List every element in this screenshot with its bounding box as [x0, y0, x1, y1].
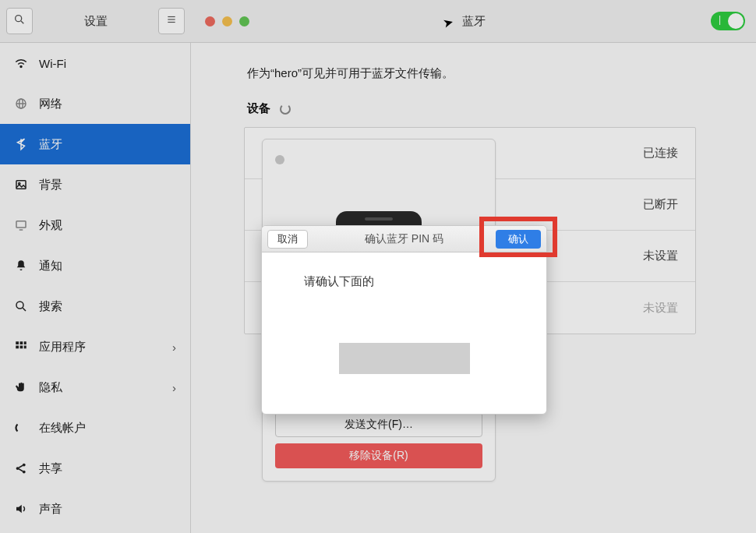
- sidebar-item-notifications[interactable]: 通知: [0, 245, 190, 286]
- sidebar-item-label: 声音: [39, 502, 62, 517]
- chevron-right-icon: ›: [172, 381, 176, 394]
- close-window-icon[interactable]: [205, 16, 215, 26]
- svg-rect-18: [16, 346, 19, 349]
- sidebar-item-label: 搜索: [39, 299, 62, 314]
- sidebar-item-wifi[interactable]: Wi-Fi: [0, 43, 190, 83]
- sidebar-item-privacy[interactable]: 隐私 ›: [0, 367, 190, 408]
- arc-icon: [14, 421, 28, 435]
- maximize-window-icon[interactable]: [239, 16, 249, 26]
- sidebar: Wi-Fi 网络 蓝牙 背景 外观 通知 搜索 应用程序 › 隐私 › 在线帐户…: [0, 43, 191, 533]
- hand-icon: [14, 380, 28, 394]
- cancel-button[interactable]: 取消: [267, 230, 308, 249]
- bluetooth-toggle[interactable]: [711, 12, 745, 30]
- sidebar-item-sound[interactable]: 声音: [0, 489, 190, 529]
- settings-title: 设置: [33, 14, 158, 29]
- svg-rect-19: [20, 346, 23, 349]
- svg-rect-17: [24, 341, 26, 344]
- visibility-text: 作为“hero”可见并可用于蓝牙文件传输。: [247, 66, 728, 81]
- send-files-button[interactable]: 发送文件(F)…: [275, 412, 482, 437]
- svg-point-5: [20, 66, 22, 68]
- sidebar-item-bluetooth[interactable]: 蓝牙: [0, 124, 190, 164]
- minimize-window-icon[interactable]: [222, 16, 232, 26]
- svg-point-13: [16, 302, 23, 309]
- sidebar-item-appearance[interactable]: 外观: [0, 205, 190, 245]
- sidebar-item-label: 外观: [39, 218, 62, 233]
- share-icon: [14, 461, 28, 475]
- sidebar-item-network[interactable]: 网络: [0, 83, 190, 124]
- window-controls: [205, 16, 249, 26]
- sidebar-item-label: 背景: [39, 178, 62, 192]
- sidebar-item-label: 通知: [39, 259, 62, 274]
- device-status-dot-icon: [275, 155, 284, 164]
- page-title: 蓝牙: [462, 14, 486, 29]
- chevron-right-icon: ›: [172, 341, 176, 354]
- device-status: 已断开: [643, 197, 678, 212]
- sidebar-item-search[interactable]: 搜索: [0, 286, 190, 327]
- svg-rect-11: [16, 221, 26, 228]
- grid-icon: [14, 340, 28, 354]
- globe-icon: [14, 97, 28, 111]
- sidebar-item-label: 隐私: [39, 380, 62, 395]
- svg-rect-15: [16, 341, 19, 344]
- wifi-icon: [14, 56, 28, 70]
- svg-line-24: [19, 465, 23, 468]
- loading-spinner-icon: [280, 104, 291, 115]
- sidebar-item-online-accounts[interactable]: 在线帐户: [0, 408, 190, 448]
- menu-button[interactable]: [158, 8, 185, 34]
- sidebar-item-label: Wi-Fi: [39, 57, 66, 70]
- sidebar-item-sharing[interactable]: 共享: [0, 448, 190, 489]
- device-status: 未设置: [643, 301, 678, 316]
- display-icon: [14, 218, 28, 232]
- svg-rect-16: [20, 341, 23, 344]
- page-titlebar: 蓝牙: [191, 0, 756, 43]
- search-icon: [14, 299, 28, 313]
- sidebar-item-label: 共享: [39, 461, 62, 476]
- phone-illustration-icon: [336, 211, 422, 227]
- svg-line-14: [23, 308, 26, 311]
- sound-icon: [14, 502, 28, 516]
- svg-line-25: [19, 469, 23, 471]
- sidebar-item-label: 蓝牙: [39, 137, 62, 152]
- device-status: 未设置: [643, 249, 678, 263]
- confirm-button[interactable]: 确认: [496, 230, 541, 249]
- sidebar-item-label: 网络: [39, 97, 62, 111]
- devices-label: 设备: [247, 101, 270, 116]
- bluetooth-icon: [14, 137, 28, 151]
- search-button[interactable]: [6, 8, 33, 34]
- device-status: 已连接: [643, 146, 678, 161]
- search-icon: [13, 13, 26, 29]
- settings-titlebar: 设置: [0, 0, 191, 43]
- sidebar-item-label: 应用程序: [39, 340, 86, 355]
- remove-device-button[interactable]: 移除设备(R): [275, 443, 482, 468]
- confirm-pin-dialog: 取消 确认蓝牙 PIN 码 确认 请确认下面的: [261, 225, 547, 415]
- menu-icon: [166, 14, 177, 28]
- bell-icon: [14, 259, 28, 273]
- pin-code-box: [339, 343, 470, 374]
- svg-rect-20: [24, 346, 26, 349]
- dialog-body-text: 请确认下面的: [262, 252, 546, 289]
- devices-header: 设备: [247, 101, 728, 116]
- sidebar-item-background[interactable]: 背景: [0, 164, 190, 205]
- sidebar-item-apps[interactable]: 应用程序 ›: [0, 327, 190, 367]
- svg-point-0: [16, 16, 22, 22]
- svg-rect-9: [16, 181, 26, 189]
- sidebar-item-label: 在线帐户: [39, 421, 86, 436]
- image-icon: [14, 178, 28, 192]
- dialog-header: 取消 确认蓝牙 PIN 码 确认: [262, 226, 546, 252]
- svg-line-1: [21, 21, 23, 23]
